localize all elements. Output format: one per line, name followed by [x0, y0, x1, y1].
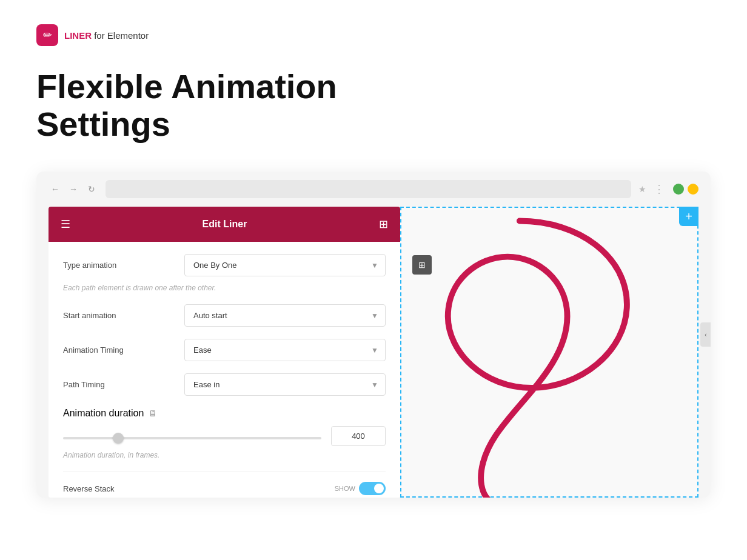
grid-icon[interactable]: ⊞ [379, 218, 388, 231]
type-animation-label: Type animation [63, 261, 184, 270]
duration-helper: Animation duration, in frames. [63, 451, 386, 459]
path-timing-row: Path Timing Ease in Ease Linear Ease Out… [63, 373, 386, 396]
refresh-button[interactable]: ↻ [85, 182, 98, 196]
toggle-knob [374, 484, 384, 493]
edit-panel: ☰ Edit Liner ⊞ Type animation One By One… [49, 207, 400, 498]
start-animation-row: Start animation Auto start On click On h… [63, 304, 386, 327]
panel-header: ☰ Edit Liner ⊞ [49, 207, 400, 242]
more-options-icon[interactable]: ⋮ [654, 182, 666, 196]
form-area: Type animation One By One All At Once Se… [49, 242, 400, 498]
logo-icon: ✏ [36, 24, 58, 46]
path-timing-select[interactable]: Ease in Ease Linear Ease Out Ease In Out [184, 373, 386, 396]
path-timing-label: Path Timing [63, 380, 184, 389]
page-title: Flexible Animation Settings [36, 68, 711, 142]
browser-nav: ← → ↻ [49, 182, 98, 196]
type-animation-helper: Each path element is drawn one after the… [63, 284, 386, 292]
animation-duration-label: Animation duration [63, 408, 144, 419]
type-animation-select[interactable]: One By One All At Once Sequential [184, 254, 386, 276]
reverse-stack-row: Reverse Stack SHOW [63, 472, 386, 495]
bookmark-icon[interactable]: ★ [638, 184, 646, 194]
browser-content: ☰ Edit Liner ⊞ Type animation One By One… [49, 207, 698, 498]
canvas-area: + ⊞ [400, 207, 698, 498]
duration-slider[interactable] [63, 437, 321, 439]
address-bar[interactable] [106, 180, 631, 198]
reverse-stack-toggle[interactable] [359, 482, 386, 495]
monitor-icon: 🖥 [149, 408, 157, 418]
hamburger-icon[interactable]: ☰ [61, 218, 70, 231]
forward-button[interactable]: → [67, 182, 80, 196]
animation-timing-label: Animation Timing [63, 345, 184, 355]
yellow-circle [688, 184, 698, 195]
toggle-show-label: SHOW [335, 485, 355, 492]
browser-window: ← → ↻ ★ ⋮ ☰ Edit Liner ⊞ [36, 172, 711, 498]
type-animation-select-wrapper: One By One All At Once Sequential ▼ [184, 254, 386, 276]
back-button[interactable]: ← [49, 182, 62, 196]
reverse-stack-label: Reverse Stack [63, 484, 115, 493]
browser-circles [673, 184, 698, 195]
canvas-svg [400, 207, 698, 498]
start-animation-label: Start animation [63, 311, 184, 320]
slider-control-row [63, 426, 386, 446]
panel-title: Edit Liner [70, 219, 379, 230]
start-animation-select-wrapper: Auto start On click On hover On scroll ▼ [184, 304, 386, 327]
start-animation-select[interactable]: Auto start On click On hover On scroll [184, 304, 386, 327]
animation-duration-label-row: Animation duration 🖥 [63, 408, 386, 419]
toggle-wrap[interactable]: SHOW [335, 482, 386, 495]
slider-track-wrapper [63, 431, 321, 442]
green-circle [673, 184, 684, 195]
type-animation-row: Type animation One By One All At Once Se… [63, 254, 386, 276]
logo-area: ✏ LINER for Elementor [36, 24, 711, 46]
logo-text: LINER for Elementor [64, 30, 149, 41]
duration-input[interactable] [331, 426, 386, 446]
browser-toolbar: ← → ↻ ★ ⋮ [49, 180, 698, 198]
animation-timing-select[interactable]: Ease Linear Ease In Ease Out Ease In Out [184, 339, 386, 361]
path-timing-select-wrapper: Ease in Ease Linear Ease Out Ease In Out… [184, 373, 386, 396]
animation-timing-row: Animation Timing Ease Linear Ease In Eas… [63, 339, 386, 361]
animation-duration-row: Animation duration 🖥 Animation duration,… [63, 408, 386, 459]
animation-timing-select-wrapper: Ease Linear Ease In Ease Out Ease In Out… [184, 339, 386, 361]
